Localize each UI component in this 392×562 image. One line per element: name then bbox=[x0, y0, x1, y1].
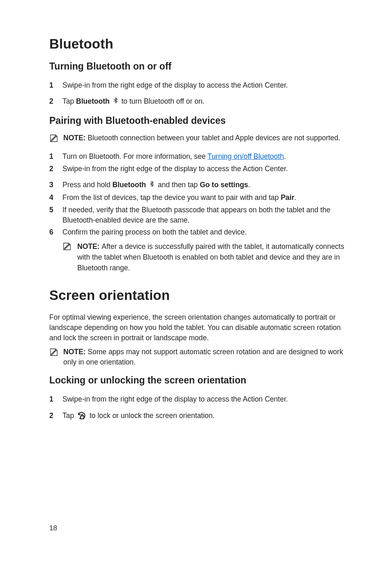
note-icon bbox=[49, 133, 63, 146]
list-item: 5 If needed, verify that the Bluetooth p… bbox=[49, 205, 345, 226]
text: and then tap bbox=[156, 181, 200, 189]
step-text: Swipe-in from the right edge of the disp… bbox=[62, 80, 345, 91]
text: Turn on Bluetooth. For more information,… bbox=[62, 152, 208, 160]
list-item: 1 Turn on Bluetooth. For more informatio… bbox=[49, 151, 345, 162]
heading-locking-orientation: Locking or unlocking the screen orientat… bbox=[49, 375, 345, 386]
note-block: NOTE: Some apps may not support automati… bbox=[49, 347, 345, 368]
text: Some apps may not support automatic scre… bbox=[63, 348, 343, 366]
step-text: From the list of devices, tap the device… bbox=[62, 193, 345, 203]
bold-text: Bluetooth bbox=[113, 181, 148, 189]
pairing-steps: 1 Turn on Bluetooth. For more informatio… bbox=[49, 151, 345, 238]
note-icon bbox=[49, 347, 63, 360]
text: to turn Bluetooth off or on. bbox=[120, 97, 205, 105]
list-item: 2 Tap Bluetooth to turn Bluetooth off or… bbox=[49, 96, 345, 107]
page-number: 18 bbox=[49, 524, 57, 532]
step-number: 2 bbox=[49, 411, 62, 421]
link-turning-on-off-bluetooth[interactable]: Turning on/off Bluetooth bbox=[208, 152, 284, 160]
step-text: Press and hold Bluetooth and then tap Go… bbox=[62, 180, 345, 191]
list-item: 3 Press and hold Bluetooth and then tap … bbox=[49, 180, 345, 191]
step-number: 3 bbox=[49, 180, 62, 190]
bluetooth-toggle-steps: 1 Swipe-in from the right edge of the di… bbox=[49, 80, 345, 108]
note-label: NOTE: bbox=[63, 134, 88, 142]
heading-bluetooth: Bluetooth bbox=[49, 36, 345, 52]
text: Tap bbox=[62, 411, 76, 420]
text: After a device is successfully paired wi… bbox=[77, 242, 344, 272]
bluetooth-icon bbox=[149, 180, 155, 191]
list-item: 2 Swipe-in from the right edge of the di… bbox=[49, 164, 345, 174]
step-number: 5 bbox=[49, 205, 62, 215]
text: . bbox=[248, 181, 250, 189]
heading-screen-orientation: Screen orientation bbox=[49, 288, 345, 303]
step-number: 1 bbox=[49, 151, 62, 162]
step-number: 6 bbox=[49, 227, 62, 237]
step-text: Swipe-in from the right edge of the disp… bbox=[62, 164, 345, 174]
note-block: NOTE: Bluetooth connection between your … bbox=[49, 133, 345, 146]
note-text: NOTE: Bluetooth connection between your … bbox=[63, 133, 345, 143]
step-number: 1 bbox=[49, 394, 62, 404]
note-label: NOTE: bbox=[63, 348, 88, 356]
text: Press and hold bbox=[62, 181, 113, 189]
locking-steps: 1 Swipe-in from the right edge of the di… bbox=[49, 394, 345, 423]
text: Bluetooth connection between your tablet… bbox=[88, 134, 340, 142]
text: . bbox=[284, 152, 286, 160]
note-label: NOTE: bbox=[77, 242, 101, 251]
heading-turning-bluetooth: Turning Bluetooth on or off bbox=[49, 61, 345, 72]
step-text: Turn on Bluetooth. For more information,… bbox=[62, 151, 345, 162]
document-page: Bluetooth Turning Bluetooth on or off 1 … bbox=[0, 0, 392, 423]
list-item: 2 Tap to lock or unlock the screen orien… bbox=[49, 411, 345, 423]
step-text: Swipe-in from the right edge of the disp… bbox=[62, 394, 345, 404]
text: From the list of devices, tap the device… bbox=[62, 193, 281, 202]
list-item: 1 Swipe-in from the right edge of the di… bbox=[49, 394, 345, 404]
step-text: Confirm the pairing process on both the … bbox=[62, 227, 345, 237]
bold-text: Pair bbox=[281, 193, 294, 202]
list-item: 1 Swipe-in from the right edge of the di… bbox=[49, 80, 345, 91]
note-text: NOTE: Some apps may not support automati… bbox=[63, 347, 345, 368]
note-icon bbox=[62, 241, 77, 254]
step-text: Tap to lock or unlock the screen orienta… bbox=[62, 411, 345, 423]
bold-text: Go to settings bbox=[200, 181, 248, 189]
step-number: 2 bbox=[49, 96, 62, 107]
step-number: 1 bbox=[49, 80, 62, 91]
step-text: If needed, verify that the Bluetooth pas… bbox=[62, 205, 345, 226]
note-text: NOTE: After a device is successfully pai… bbox=[77, 241, 345, 274]
step-text: Tap Bluetooth to turn Bluetooth off or o… bbox=[62, 96, 345, 107]
rotation-lock-icon bbox=[77, 411, 87, 423]
list-item: 6 Confirm the pairing process on both th… bbox=[49, 227, 345, 237]
text: Tap bbox=[62, 97, 76, 105]
note-block: NOTE: After a device is successfully pai… bbox=[62, 241, 345, 274]
paragraph: For optimal viewing experience, the scre… bbox=[49, 312, 345, 344]
step-number: 2 bbox=[49, 164, 62, 174]
text: to lock or unlock the screen orientation… bbox=[88, 411, 214, 420]
step-number: 4 bbox=[49, 193, 62, 203]
list-item: 4 From the list of devices, tap the devi… bbox=[49, 193, 345, 203]
heading-pairing: Pairing with Bluetooth-enabled devices bbox=[49, 115, 345, 126]
bluetooth-icon bbox=[113, 96, 119, 107]
bold-text: Bluetooth bbox=[76, 97, 112, 105]
text: . bbox=[294, 193, 296, 202]
